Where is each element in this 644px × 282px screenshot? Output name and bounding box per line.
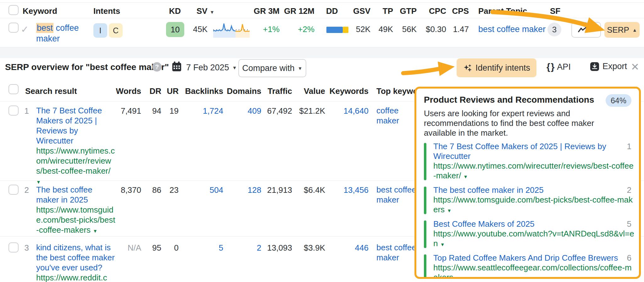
intent-result-item: Best Coffee Makers of 2025 5 https://www…	[424, 219, 631, 249]
search-result-cell: The 7 Best Coffee Makers of 2025 | Revie…	[36, 106, 117, 187]
calendar-icon	[171, 61, 182, 72]
result-url-link[interactable]: https://www.nytimes.com/wirecutter/revie…	[36, 146, 117, 187]
divider	[0, 3, 644, 3]
divider	[0, 18, 644, 18]
result-title-link[interactable]: Best Coffee Makers of 2025	[433, 219, 627, 229]
col-keyword[interactable]: Keyword	[23, 6, 57, 16]
col-intents[interactable]: Intents	[93, 6, 120, 16]
caret-down-icon: ▼	[463, 174, 468, 179]
sparkles-icon	[463, 63, 472, 73]
intent-result-item: The 7 Best Coffee Makers of 2025 | Revie…	[424, 142, 631, 182]
col-search-result[interactable]: Search result	[25, 86, 77, 96]
compare-with-button[interactable]: Compare with ▼	[238, 59, 306, 77]
cps-value: 1.47	[415, 24, 469, 34]
result-title-link[interactable]: The 7 Best Coffee Makers of 2025 | Revie…	[433, 142, 627, 161]
col-cps[interactable]: CPS	[415, 6, 469, 16]
serp-toggle-button[interactable]: SERP ▲	[604, 22, 640, 38]
intent-result-item: Top Rated Coffee Makers And Drip Coffee …	[424, 253, 631, 279]
caret-down-icon: ▼	[447, 208, 452, 213]
row-checkbox[interactable]	[8, 106, 19, 116]
serp-select-all-checkbox[interactable]	[8, 84, 19, 94]
intent-result-panel: Product Reviews and Recommendations 64% …	[414, 87, 641, 279]
result-rank: 2	[627, 185, 631, 195]
export-button[interactable]: Export	[590, 62, 627, 71]
gr12m-value: +2%	[261, 24, 314, 34]
help-icon[interactable]: ?	[152, 62, 162, 72]
result-url-link[interactable]: https://www.seattlecoffeegear.com/collec…	[433, 263, 636, 279]
caret-down-icon: ▼	[298, 66, 303, 71]
result-url-link[interactable]: https://www.nytimes.com/wirecutter/revie…	[433, 161, 636, 182]
result-title-link[interactable]: Top Rated Coffee Makers And Drip Coffee …	[433, 253, 627, 263]
identify-intents-button[interactable]: Identify intents	[457, 58, 536, 77]
result-accent-bar	[424, 187, 426, 214]
select-all-checkbox[interactable]	[8, 5, 19, 15]
highlighted-term: best	[36, 23, 53, 33]
parent-topic-link[interactable]: best coffee maker	[478, 24, 546, 34]
chart-dropdown-button[interactable]: ▼	[571, 22, 601, 38]
keywords-link[interactable]: 446	[315, 243, 369, 253]
position-number: 2	[18, 185, 29, 195]
intent-badge-informational[interactable]: I	[93, 23, 107, 38]
api-button[interactable]: { } API	[547, 62, 571, 72]
sf-count-badge[interactable]: 3	[547, 23, 561, 36]
date-picker[interactable]: 7 Feb 2025 ▼	[186, 63, 237, 73]
sv-value: 45K	[154, 24, 208, 34]
result-url-link[interactable]: https://www.tomsguide.com/best-picks/bes…	[36, 205, 117, 236]
caret-down-icon: ▼	[456, 276, 460, 279]
sort-caret-down-icon: ▼	[210, 9, 214, 15]
col-sf[interactable]: SF	[550, 6, 560, 16]
caret-down-icon: ▼	[36, 179, 41, 185]
row-checkbox[interactable]	[8, 185, 19, 195]
result-rank: 6	[627, 253, 631, 263]
result-accent-bar	[424, 254, 426, 279]
confidence-badge: 64%	[606, 94, 631, 107]
serp-overview-title: SERP overview for "best coffee maker"	[5, 62, 169, 72]
caret-down-icon: ▼	[590, 27, 595, 33]
position-number: 1	[18, 106, 29, 116]
caret-down-icon: ▼	[232, 65, 237, 70]
intent-description: Users are looking for expert reviews and…	[424, 109, 609, 138]
keywords-link[interactable]: 14,640	[315, 106, 369, 116]
col-gr12m[interactable]: GR 12M	[261, 6, 314, 16]
result-url-link[interactable]: https://www.youtube.com/watch?v=tANRDeqL…	[433, 229, 636, 249]
section-gap	[0, 47, 644, 58]
arrow-to-identify-intents	[403, 69, 440, 73]
row-checkbox[interactable]	[8, 23, 19, 33]
intent-badge-commercial[interactable]: C	[109, 23, 123, 38]
code-braces-icon: { }	[547, 62, 554, 72]
col-parent-topic[interactable]: Parent Topic	[478, 6, 527, 16]
col-sv[interactable]: SV ▼	[197, 6, 214, 16]
result-url-link[interactable]: https://www.tomsguide.com/best-picks/bes…	[433, 195, 636, 215]
result-title-link[interactable]: The best coffee maker in 2025	[433, 185, 627, 195]
intent-result-item: The best coffee maker in 2025 2 https://…	[424, 185, 631, 215]
close-icon[interactable]: ✕	[631, 61, 639, 73]
checked-icon: ✓	[21, 24, 29, 35]
caret-down-icon: ▼	[440, 242, 445, 247]
serp-overview-screen: Keyword Intents KD SV ▼ GR 3M GR 12M DD …	[0, 0, 644, 282]
col-kd[interactable]: KD	[127, 6, 181, 16]
result-url-link[interactable]: https://www.reddit.c	[36, 273, 117, 282]
caret-up-icon: ▲	[632, 27, 637, 33]
intent-title: Product Reviews and Recommendations	[424, 94, 594, 106]
keyword-link[interactable]: best coffee maker	[36, 23, 92, 44]
keywords-link[interactable]: 13,456	[315, 185, 369, 195]
col-keywords[interactable]: Keywords	[315, 86, 369, 96]
export-download-icon	[590, 62, 599, 71]
result-accent-bar	[424, 143, 426, 180]
line-chart-icon	[578, 26, 587, 33]
result-rank: 1	[627, 142, 631, 151]
result-accent-bar	[424, 220, 426, 248]
caret-down-icon: ▼	[93, 228, 97, 234]
result-rank: 5	[627, 219, 631, 229]
row-checkbox[interactable]	[8, 242, 19, 252]
position-number: 3	[18, 243, 29, 253]
